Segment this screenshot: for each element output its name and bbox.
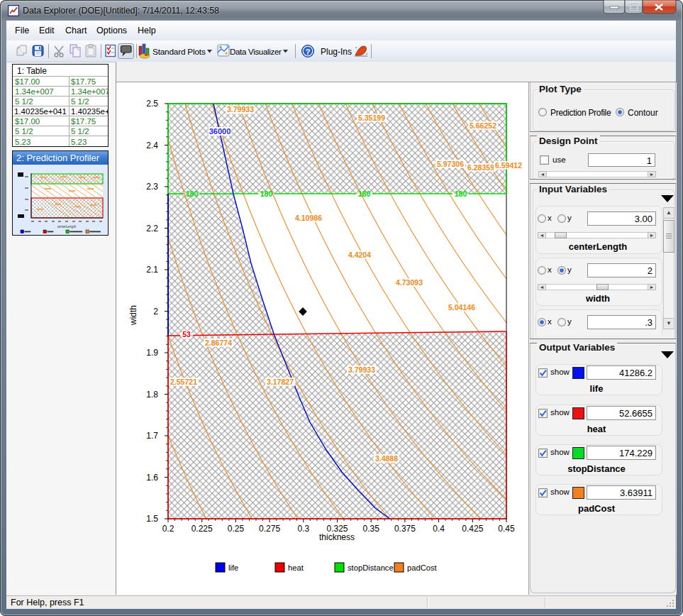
- svg-text:5 1/2: 5 1/2: [71, 97, 89, 106]
- svg-text:1.40235e+041: 1.40235e+041: [14, 107, 67, 116]
- svg-text:5 1/2: 5 1/2: [71, 127, 89, 136]
- svg-text:5 1/2: 5 1/2: [15, 97, 33, 106]
- svg-text:$17.00: $17.00: [15, 117, 40, 126]
- svg-text:$17.00: $17.00: [15, 77, 40, 86]
- svg-text:5 1/2: 5 1/2: [15, 127, 33, 136]
- svg-text:$17.75: $17.75: [71, 117, 96, 126]
- svg-text:centerLength: centerLength: [57, 225, 77, 229]
- svg-text:5.23: 5.23: [71, 138, 87, 146]
- svg-text:?: ?: [305, 48, 310, 56]
- svg-text:1.34e+007: 1.34e+007: [15, 87, 54, 96]
- svg-text:1.40235e+: 1.40235e+: [71, 107, 108, 116]
- svg-text:5.23: 5.23: [15, 138, 30, 146]
- svg-text:$17.75: $17.75: [71, 77, 96, 86]
- svg-text:1.34e+007: 1.34e+007: [71, 87, 108, 96]
